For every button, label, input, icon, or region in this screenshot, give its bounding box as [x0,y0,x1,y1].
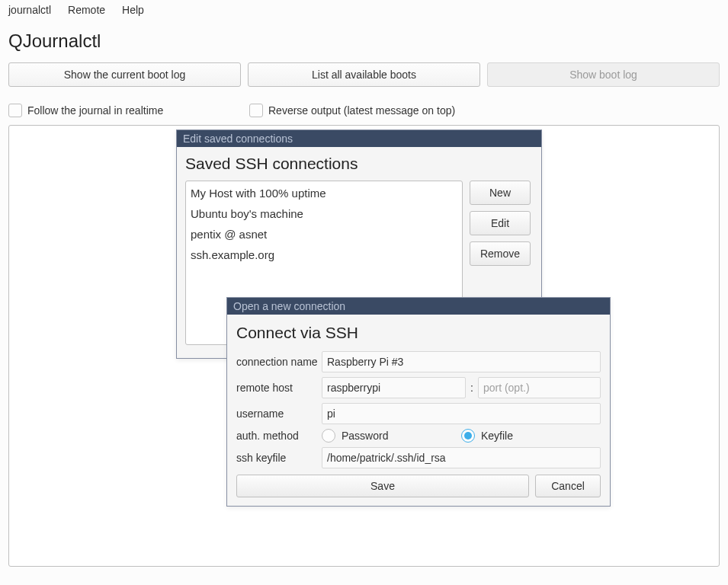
radio-icon[interactable] [461,429,475,443]
username-label: username [236,408,322,420]
auth-keyfile-label: Keyfile [481,430,513,442]
auth-password-label: Password [342,430,388,442]
cancel-button[interactable]: Cancel [535,475,601,497]
list-item[interactable]: Ubuntu boy's machine [186,203,462,224]
ssh-keyfile-input[interactable] [322,447,601,468]
new-connection-dialog: Open a new connection Connect via SSH co… [226,297,611,507]
saved-connections-heading: Saved SSH connections [185,155,533,173]
checkbox-icon[interactable] [249,104,263,117]
port-input[interactable] [478,377,601,398]
toolbar: Show the current boot log List all avail… [0,55,728,87]
dialog-title: Edit saved connections [177,130,541,147]
connection-name-input[interactable] [322,351,601,372]
save-button[interactable]: Save [236,475,529,497]
remote-host-label: remote host [236,382,322,394]
menu-journalctl[interactable]: journalctl [8,4,51,16]
auth-keyfile-option[interactable]: Keyfile [461,429,601,443]
options-row: Follow the journal in realtime Reverse o… [0,87,728,117]
follow-realtime-label: Follow the journal in realtime [27,104,163,117]
remove-button[interactable]: Remove [470,241,531,266]
host-port-separator: : [470,382,473,394]
show-boot-log-button: Show boot log [487,62,720,87]
show-current-boot-button[interactable]: Show the current boot log [8,62,241,87]
reverse-output-label: Reverse output (latest message on top) [268,104,455,117]
list-boots-button[interactable]: List all available boots [248,62,480,87]
ssh-keyfile-label: ssh keyfile [236,452,322,464]
remote-host-input[interactable] [322,377,466,398]
radio-icon[interactable] [322,429,335,443]
new-button[interactable]: New [470,181,531,205]
username-input[interactable] [322,403,601,424]
dialog-title: Open a new connection [227,298,610,315]
auth-method-label: auth. method [236,430,322,442]
list-item[interactable]: ssh.example.org [186,245,462,265]
connection-name-label: connection name [236,356,322,368]
app-title: QJournalctl [0,20,728,55]
list-item[interactable]: pentix @ asnet [186,224,462,245]
edit-button[interactable]: Edit [470,211,531,235]
menubar: journalctl Remote Help [0,0,728,20]
connect-ssh-heading: Connect via SSH [236,324,601,342]
auth-password-option[interactable]: Password [322,429,461,443]
menu-remote[interactable]: Remote [68,4,105,16]
follow-realtime-option[interactable]: Follow the journal in realtime [8,104,249,117]
menu-help[interactable]: Help [122,4,144,16]
list-item[interactable]: My Host with 100% uptime [186,183,462,203]
checkbox-icon[interactable] [8,104,22,117]
reverse-output-option[interactable]: Reverse output (latest message on top) [249,104,455,117]
